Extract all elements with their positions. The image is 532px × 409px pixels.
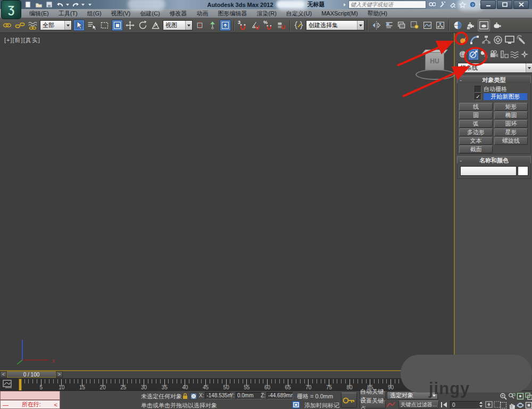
- isolate-selection-icon[interactable]: [292, 400, 300, 408]
- new-file-icon[interactable]: [23, 1, 32, 9]
- shape-button-circle[interactable]: 圆: [459, 111, 493, 119]
- rectangular-selection-region-icon[interactable]: [99, 20, 110, 31]
- field-of-view-icon[interactable]: [499, 401, 508, 409]
- time-slider-track[interactable]: < 0 / 100 >: [0, 371, 456, 379]
- menu-animation[interactable]: 动画: [192, 10, 213, 18]
- select-and-rotate-icon[interactable]: [137, 20, 148, 31]
- undo-dropdown-icon[interactable]: [66, 4, 69, 6]
- bind-to-space-warp-icon[interactable]: [27, 20, 38, 31]
- helpers-category-icon[interactable]: [500, 48, 509, 60]
- previous-frame-button[interactable]: <: [0, 371, 7, 378]
- trackbar-ruler[interactable]: 051015202530354045505560657075808590: [17, 379, 403, 391]
- zoom-icon[interactable]: [499, 392, 508, 400]
- pan-hand-icon[interactable]: [508, 401, 516, 409]
- help-icon[interactable]: ?: [469, 1, 477, 9]
- select-and-manipulate-icon[interactable]: [207, 20, 218, 31]
- light-lister-icon[interactable]: [409, 20, 420, 31]
- menu-views[interactable]: 视图(V): [106, 10, 136, 18]
- shape-button-section[interactable]: 截面: [459, 145, 493, 153]
- add-time-tag-text[interactable]: 添加时间标记: [304, 402, 339, 409]
- frame-spinner[interactable]: [478, 400, 483, 408]
- utilities-tab-icon[interactable]: [516, 34, 527, 46]
- menu-modifiers[interactable]: 修改器: [165, 10, 192, 18]
- open-file-icon[interactable]: [34, 1, 43, 9]
- display-tab-icon[interactable]: [504, 34, 515, 46]
- close-button[interactable]: [513, 0, 529, 9]
- dropdown-arrow-icon[interactable]: [357, 21, 364, 30]
- shape-button-arc[interactable]: 弧: [459, 120, 493, 128]
- shape-button-donut[interactable]: 圆环: [494, 120, 528, 128]
- key-mode-toggle-icon[interactable]: [485, 400, 493, 408]
- autogrid-checkbox[interactable]: [475, 86, 481, 93]
- viewcube-front-face[interactable]: HU: [425, 52, 444, 70]
- search-expand-icon[interactable]: [344, 3, 346, 6]
- rendered-frame-window-icon[interactable]: [478, 19, 490, 31]
- listener-expand-arrow[interactable]: <: [54, 402, 57, 408]
- open-mini-curve-editor-icon[interactable]: [3, 380, 15, 389]
- viewcube[interactable]: HU: [419, 49, 451, 80]
- menu-group[interactable]: 组(G): [82, 10, 106, 18]
- material-editor-icon[interactable]: [452, 20, 463, 31]
- align-icon[interactable]: [384, 20, 395, 31]
- edit-named-selection-sets-icon[interactable]: [293, 20, 304, 31]
- qat-options-icon[interactable]: [88, 4, 92, 6]
- select-and-link-icon[interactable]: [2, 20, 13, 31]
- unlink-icon[interactable]: [14, 20, 26, 31]
- angle-snap-icon[interactable]: [250, 20, 261, 31]
- current-frame-field[interactable]: 0: [450, 401, 482, 409]
- object-name-input[interactable]: [460, 166, 517, 176]
- named-selection-dropdown[interactable]: 创建选择集: [306, 20, 364, 30]
- mirror-icon[interactable]: [371, 20, 382, 31]
- layer-manager-icon[interactable]: [396, 20, 408, 31]
- percent-snap-icon[interactable]: %: [263, 20, 274, 31]
- maximize-viewport-toggle-icon[interactable]: [525, 401, 532, 409]
- zoom-extents-all-icon[interactable]: [525, 392, 532, 400]
- set-key-button[interactable]: 设置关键点: [360, 400, 386, 408]
- save-icon[interactable]: [45, 1, 54, 9]
- object-color-swatch[interactable]: [518, 166, 528, 176]
- select-object-icon[interactable]: [73, 20, 85, 31]
- geometry-category-icon[interactable]: [458, 48, 468, 60]
- spinner-snap-icon[interactable]: [276, 20, 287, 31]
- shape-button-helix[interactable]: 螺旋线: [494, 137, 528, 145]
- set-keys-button[interactable]: [341, 392, 357, 408]
- render-setup-icon[interactable]: [465, 20, 476, 31]
- cameras-category-icon[interactable]: [489, 48, 499, 60]
- dropdown-arrow-icon[interactable]: [526, 63, 532, 72]
- zoom-all-icon[interactable]: [508, 392, 516, 400]
- curve-editor-icon[interactable]: [422, 20, 433, 31]
- shape-button-ngon[interactable]: 多边形: [459, 128, 493, 136]
- use-pivot-center-icon[interactable]: [194, 20, 205, 31]
- maxscript-listener-line[interactable]: — 所在行: <: [0, 400, 60, 409]
- redo-icon[interactable]: [71, 1, 80, 9]
- time-slider-handle[interactable]: 0 / 100: [7, 371, 56, 378]
- viewport-front[interactable]: [+][前][真实] HU x: [0, 33, 455, 370]
- new-key-curve-icon[interactable]: [387, 400, 395, 408]
- zoom-extents-icon[interactable]: [516, 392, 525, 400]
- menu-edit[interactable]: 编辑(E): [24, 10, 54, 18]
- shapes-category-icon[interactable]: [468, 48, 479, 60]
- modify-tab-icon[interactable]: [469, 34, 480, 46]
- create-tab-icon[interactable]: [458, 34, 468, 46]
- shape-category-dropdown[interactable]: 样条线: [458, 63, 532, 73]
- current-frame-marker[interactable]: [19, 379, 22, 391]
- menu-help[interactable]: 帮助(H): [363, 10, 392, 18]
- shape-button-ellipse[interactable]: 椭圆: [494, 111, 528, 119]
- go-to-start-icon[interactable]: [440, 400, 448, 408]
- menu-rendering[interactable]: 渲染(R): [252, 10, 281, 18]
- schematic-view-icon[interactable]: [435, 20, 446, 31]
- select-by-name-icon[interactable]: [86, 20, 97, 31]
- orbit-icon[interactable]: [516, 401, 525, 409]
- z-value-field[interactable]: -44.689mm: [267, 392, 293, 399]
- favorites-icon[interactable]: [459, 1, 467, 9]
- viewport-label[interactable]: [+][前][真实]: [4, 36, 40, 44]
- selection-filter-dropdown[interactable]: 全部: [40, 20, 72, 30]
- key-filters-button[interactable]: 关键点过滤器...: [398, 400, 439, 408]
- undo-icon[interactable]: [55, 1, 64, 9]
- communication-icon[interactable]: [448, 1, 456, 9]
- window-crossing-toggle-icon[interactable]: [112, 20, 123, 31]
- lights-category-icon[interactable]: [479, 48, 489, 60]
- hierarchy-tab-icon[interactable]: [481, 34, 492, 46]
- dropdown-arrow-icon[interactable]: [64, 21, 71, 30]
- app-logo-icon[interactable]: Ʒ: [1, 0, 21, 19]
